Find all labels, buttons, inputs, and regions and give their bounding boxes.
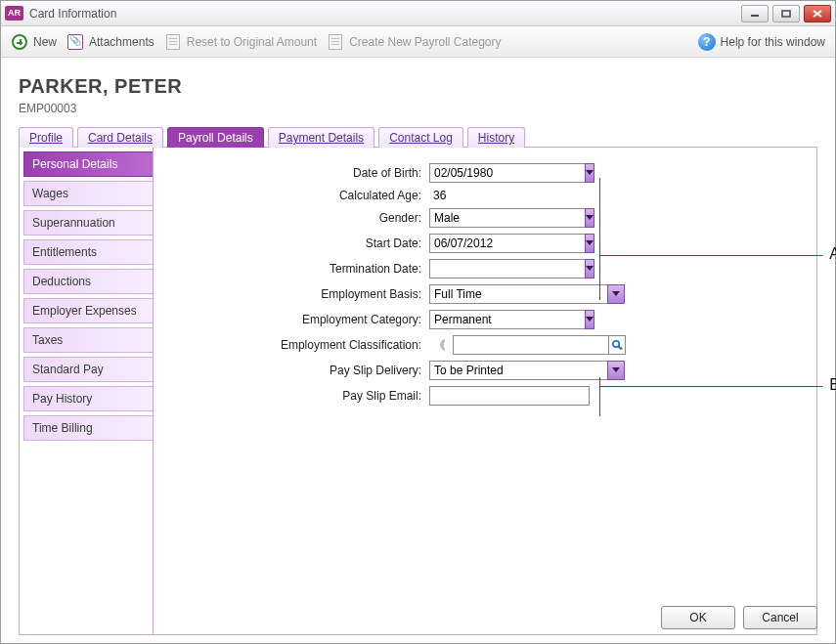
tab-body: Personal Details Wages Superannuation En… [19, 148, 817, 635]
dob-label: Date of Birth: [165, 166, 429, 180]
help-link[interactable]: ? Help for this window [698, 33, 825, 51]
reset-to-original-button: Reset to Original Amount [164, 33, 317, 51]
tab-history[interactable]: History [467, 127, 525, 148]
gender-select[interactable] [429, 208, 586, 228]
gender-label: Gender: [165, 211, 429, 225]
ok-button[interactable]: OK [661, 606, 735, 629]
reset-button-label: Reset to Original Amount [187, 35, 317, 49]
content-area: PARKER, PETER EMP00003 Profile Card Deta… [1, 58, 835, 643]
dob-input[interactable] [429, 163, 586, 183]
tab-payroll-details[interactable]: Payroll Details [167, 127, 264, 148]
plus-icon [11, 33, 28, 51]
window-title: Card Information [29, 7, 116, 21]
minimize-button[interactable] [741, 5, 769, 22]
payslip-delivery-dropdown-button[interactable] [607, 361, 625, 380]
chevron-down-icon [586, 240, 594, 246]
callout-a: A [599, 255, 822, 256]
callout-b-letter: B [829, 376, 836, 394]
close-icon [813, 10, 822, 18]
side-tab-deductions[interactable]: Deductions [23, 269, 153, 294]
tab-contact-log[interactable]: Contact Log [378, 127, 463, 148]
payslip-delivery-label: Pay Slip Delivery: [165, 364, 429, 377]
employment-classification-label: Employment Classification: [165, 338, 429, 352]
svg-rect-1 [782, 11, 790, 17]
dob-dropdown-button[interactable] [585, 163, 594, 183]
employment-basis-label: Employment Basis: [165, 287, 429, 301]
termination-date-label: Termination Date: [165, 262, 429, 276]
side-tab-wages[interactable]: Wages [23, 181, 153, 206]
employment-basis-dropdown-button[interactable] [607, 284, 625, 304]
cancel-button[interactable]: Cancel [743, 606, 817, 629]
chevron-down-icon [586, 266, 594, 272]
employment-category-select[interactable] [429, 310, 586, 329]
svg-marker-4 [586, 170, 594, 175]
create-payroll-label: Create New Payroll Category [349, 35, 501, 49]
chevron-down-icon [586, 317, 594, 322]
svg-marker-5 [586, 215, 594, 220]
tab-card-details[interactable]: Card Details [77, 127, 163, 148]
new-button-label: New [33, 35, 57, 49]
card-code: EMP00003 [19, 102, 817, 115]
paperclip-icon [66, 33, 84, 51]
side-tab-entitlements[interactable]: Entitlements [23, 239, 153, 265]
side-tab-employer-expenses[interactable]: Employer Expenses [23, 298, 153, 323]
maximize-icon [781, 10, 791, 18]
toolbar: New Attachments Reset to Original Amount… [1, 26, 835, 58]
payslip-email-input[interactable] [429, 386, 590, 406]
svg-marker-9 [586, 317, 594, 322]
start-date-label: Start Date: [165, 236, 429, 250]
start-date-dropdown-button[interactable] [585, 234, 594, 253]
help-link-label: Help for this window [721, 35, 825, 49]
gender-dropdown-button[interactable] [585, 208, 594, 228]
side-tab-superannuation[interactable]: Superannuation [23, 210, 153, 236]
side-tab-pay-history[interactable]: Pay History [23, 386, 153, 411]
footer-buttons: OK Cancel [661, 606, 817, 629]
calculated-age-value: 36 [429, 189, 625, 202]
window-control-buttons [741, 5, 831, 22]
svg-marker-8 [612, 291, 620, 296]
card-name-heading: PARKER, PETER [19, 75, 817, 98]
chevron-down-icon [612, 291, 620, 297]
svg-marker-11 [444, 342, 445, 348]
maximize-button[interactable] [772, 5, 800, 22]
classification-search-button[interactable] [608, 335, 626, 355]
help-icon: ? [698, 33, 716, 51]
chevron-down-icon [612, 367, 620, 373]
search-arrow-icon [611, 339, 623, 351]
classification-lookup-button[interactable] [433, 336, 451, 354]
employment-category-label: Employment Category: [165, 313, 429, 326]
minimize-icon [750, 10, 760, 18]
employment-classification-input[interactable] [453, 335, 609, 355]
attachments-button-label: Attachments [89, 35, 154, 49]
document-icon [164, 33, 182, 51]
side-tab-time-billing[interactable]: Time Billing [23, 415, 153, 441]
side-tab-strip: Personal Details Wages Superannuation En… [20, 148, 153, 634]
termination-date-input[interactable] [429, 259, 586, 279]
start-date-input[interactable] [429, 234, 586, 253]
employment-category-dropdown-button[interactable] [585, 310, 594, 329]
svg-marker-7 [586, 266, 594, 271]
tab-profile[interactable]: Profile [19, 127, 73, 148]
payslip-email-label: Pay Slip Email: [165, 389, 429, 403]
callout-b: B [599, 386, 822, 387]
svg-marker-15 [612, 367, 620, 372]
personal-details-form: Date of Birth: Calculated Age: 36 Gender… [153, 148, 816, 634]
callout-a-letter: A [829, 245, 836, 263]
tab-payment-details[interactable]: Payment Details [268, 127, 374, 148]
top-tab-strip: Profile Card Details Payroll Details Pay… [19, 127, 817, 148]
attachments-button[interactable]: Attachments [66, 33, 154, 51]
arrow-right-circle-icon [439, 338, 445, 352]
close-button[interactable] [804, 5, 831, 22]
calculated-age-label: Calculated Age: [165, 189, 429, 202]
document-icon [327, 33, 344, 51]
termination-date-dropdown-button[interactable] [585, 259, 594, 279]
app-badge: AR [5, 6, 23, 21]
chevron-down-icon [586, 215, 594, 221]
payslip-delivery-select[interactable] [429, 361, 608, 380]
employment-basis-select[interactable] [429, 284, 608, 304]
side-tab-taxes[interactable]: Taxes [23, 327, 153, 353]
title-bar: AR Card Information [1, 1, 835, 26]
new-button[interactable]: New [11, 33, 57, 51]
side-tab-personal-details[interactable]: Personal Details [23, 151, 153, 177]
side-tab-standard-pay[interactable]: Standard Pay [23, 357, 153, 382]
